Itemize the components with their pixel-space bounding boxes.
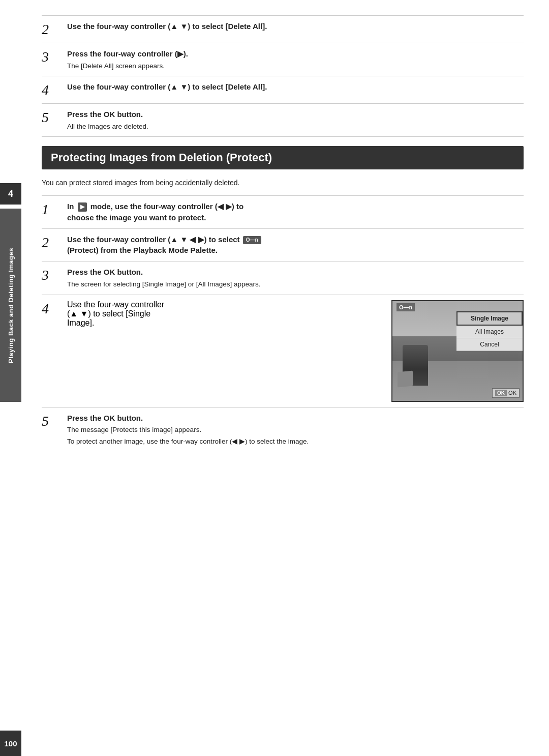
protect-step-row-4: 4 Use the four-way controller (▲ ▼) to s… <box>42 295 524 408</box>
step-content-5: Press the OK button. All the images are … <box>65 109 524 131</box>
protect-step-3-sub: The screen for selecting [Single Image] … <box>67 279 524 289</box>
section-banner: Protecting Images from Deletion (Protect… <box>42 146 524 169</box>
protect-step-4-image-col: O—n Single Image All Images Cancel OK OK <box>258 300 524 402</box>
protect-step-5-sub2: To protect another image, use the four-w… <box>67 437 524 447</box>
protect-step-4-instruction: Use the four-way controller (▲ ▼) to sel… <box>67 300 258 328</box>
protect-step-2-instruction: Use the four-way controller (▲ ▼ ◀ ▶) to… <box>67 234 524 256</box>
camera-ok-bar: OK OK <box>492 388 520 398</box>
camera-menu-all-images: All Images <box>456 326 523 338</box>
protect-step-number-2: 2 <box>42 234 65 251</box>
photo-chair <box>398 370 413 387</box>
section-intro: You can protect stored images from being… <box>42 178 524 188</box>
protect-step-content-4: Use the four-way controller (▲ ▼) to sel… <box>65 300 258 328</box>
step-number-2: 2 <box>42 21 65 38</box>
protect-step-3-instruction: Press the OK button. <box>67 267 524 278</box>
ok-box-icon: OK <box>495 390 507 396</box>
protect-step-5-instruction: Press the OK button. <box>67 413 524 424</box>
protect-step-5-sub1: The message [Protects this image] appear… <box>67 425 524 435</box>
protect-step-content-5: Press the OK button. The message [Protec… <box>65 413 524 447</box>
camera-screen: O—n Single Image All Images Cancel OK OK <box>391 300 524 402</box>
protect-step-row-1: 1 In ▶ mode, use the four-way controller… <box>42 195 524 229</box>
protect-step-1-instruction: In ▶ mode, use the four-way controller (… <box>67 201 524 223</box>
protect-step-number-4: 4 <box>42 300 65 317</box>
section-title: Protecting Images from Deletion (Protect… <box>51 151 514 164</box>
camera-menu-cancel: Cancel <box>456 338 523 351</box>
protect-step-content-2: Use the four-way controller (▲ ▼ ◀ ▶) to… <box>65 234 524 256</box>
protect-step-row-5: 5 Press the OK button. The message [Prot… <box>42 408 524 452</box>
camera-menu: Single Image All Images Cancel <box>456 311 523 351</box>
sidebar: 4 Playing Back and Deleting Images 100 <box>0 0 21 756</box>
sidebar-label: Playing Back and Deleting Images <box>7 248 15 363</box>
step-number-4: 4 <box>42 81 65 98</box>
step-3-sub: The [Delete All] screen appears. <box>67 61 524 71</box>
step-2-instruction: Use the four-way controller (▲ ▼) to sel… <box>67 21 524 32</box>
main-content: 2 Use the four-way controller (▲ ▼) to s… <box>21 0 549 756</box>
chapter-number: 4 <box>0 183 21 205</box>
protect-step-row-3: 3 Press the OK button. The screen for se… <box>42 261 524 295</box>
lock-icon: O—n <box>396 303 415 311</box>
step-row-4: 4 Use the four-way controller (▲ ▼) to s… <box>42 76 524 104</box>
step-number-3: 3 <box>42 48 65 65</box>
step-5-sub: All the images are deleted. <box>67 122 524 132</box>
step-4-instruction: Use the four-way controller (▲ ▼) to sel… <box>67 81 524 93</box>
protect-step-number-3: 3 <box>42 267 65 283</box>
step-content-4: Use the four-way controller (▲ ▼) to sel… <box>65 81 524 93</box>
protect-step-content-3: Press the OK button. The screen for sele… <box>65 267 524 289</box>
protect-step-number-1: 1 <box>42 201 65 218</box>
step-content-3: Press the four-way controller (▶). The [… <box>65 48 524 71</box>
step-3-instruction: Press the four-way controller (▶). <box>67 48 524 60</box>
protect-steps-section: 1 In ▶ mode, use the four-way controller… <box>42 195 524 451</box>
sidebar-label-container: Playing Back and Deleting Images <box>0 209 21 402</box>
protect-step-row-2: 2 Use the four-way controller (▲ ▼ ◀ ▶) … <box>42 229 524 262</box>
step-content-2: Use the four-way controller (▲ ▼) to sel… <box>65 21 524 32</box>
protect-step-content-1: In ▶ mode, use the four-way controller (… <box>65 201 524 223</box>
page-number: 100 <box>0 731 21 756</box>
step-5-instruction: Press the OK button. <box>67 109 524 120</box>
step-row-2: 2 Use the four-way controller (▲ ▼) to s… <box>42 15 524 43</box>
step-row-5: 5 Press the OK button. All the images ar… <box>42 104 524 137</box>
step-number-5: 5 <box>42 109 65 126</box>
step-row-3: 3 Press the four-way controller (▶). The… <box>42 43 524 76</box>
protect-step-number-5: 5 <box>42 413 65 429</box>
steps-top-section: 2 Use the four-way controller (▲ ▼) to s… <box>42 15 524 137</box>
camera-menu-single-image: Single Image <box>456 311 523 326</box>
ok-label: OK <box>508 390 516 396</box>
